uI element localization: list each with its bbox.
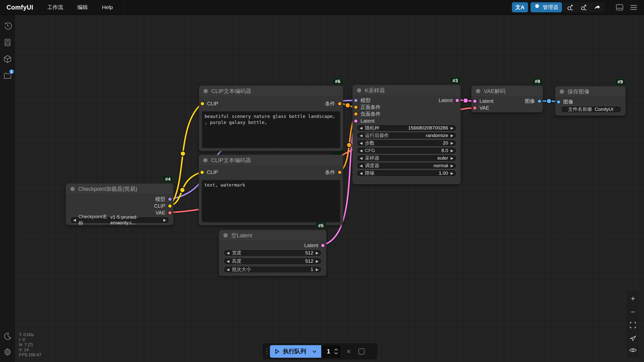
model-input-dot[interactable]	[354, 98, 358, 103]
widget-right-arrow-icon[interactable]: ▶	[451, 141, 453, 145]
input-slot-model[interactable]: 模型	[354, 97, 371, 104]
input-slot-clip[interactable]: CLIP	[200, 100, 218, 107]
vae-input-dot[interactable]	[473, 106, 477, 110]
vae-output-dot[interactable]	[168, 211, 172, 215]
input-slot-latent[interactable]: Latent	[354, 118, 375, 124]
node-header[interactable]: CLIP文本编码器	[199, 155, 343, 166]
widget-right-arrow-icon[interactable]: ▶	[163, 218, 166, 222]
widget-seed[interactable]: ◀ 随机种 156680208700286 ▶	[356, 124, 457, 131]
latent-input-dot[interactable]	[473, 99, 477, 103]
manager-button[interactable]: 管理器	[531, 2, 562, 12]
menu-edit[interactable]: 编辑	[77, 4, 88, 11]
widget-denoise[interactable]: ◀ 降噪 1.00 ▶	[356, 170, 457, 177]
node-ksampler[interactable]: #3 K采样器 模型 正面条件 负面条件 Latent Latent ◀ 随机种	[352, 85, 461, 184]
translate-button[interactable]: 文A	[512, 2, 528, 12]
clip-input-dot[interactable]	[200, 170, 204, 174]
stepper-up-icon[interactable]	[334, 348, 338, 351]
widget-height[interactable]: ◀ 高度 512 ▶	[223, 258, 322, 265]
latent-output-dot[interactable]	[321, 243, 325, 248]
widget-right-arrow-icon[interactable]: ▶	[451, 164, 453, 167]
widget-control-after-generate[interactable]: ◀ 运行后操作 randomize ▶	[356, 132, 457, 139]
clear-queue-icon[interactable]: ×	[346, 348, 351, 355]
widget-right-arrow-icon[interactable]: ▶	[451, 149, 453, 152]
sidebar-history-icon[interactable]	[2, 20, 13, 31]
input-slot-negative[interactable]: 负面条件	[354, 111, 381, 117]
zoom-out-icon[interactable]: −	[631, 308, 635, 316]
node-header[interactable]: VAE解码	[471, 86, 543, 97]
widget-width[interactable]: ◀ 宽度 512 ▶	[223, 249, 322, 256]
conditioning-output-dot[interactable]	[338, 102, 342, 106]
widget-left-arrow-icon[interactable]: ◀	[73, 218, 76, 222]
drag-handle[interactable]	[266, 349, 267, 354]
widget-left-arrow-icon[interactable]: ◀	[360, 149, 363, 152]
widget-left-arrow-icon[interactable]: ◀	[227, 268, 229, 271]
node-vae-decode[interactable]: #8 VAE解码 Latent VAE 图像	[471, 86, 543, 112]
batch-count-input[interactable]: 1	[321, 345, 340, 358]
node-empty-latent[interactable]: #5 空Latent Latent ◀ 宽度 512 ▶ ◀ 高度 512 ▶ …	[219, 230, 326, 276]
clip-output-dot[interactable]	[168, 204, 172, 208]
free-memory-icon[interactable]	[578, 2, 590, 12]
conditioning-output-dot[interactable]	[338, 170, 342, 174]
node-checkpoint-loader[interactable]: #4 Checkpoint加载器(简易) 模型 CLIP VAE ◀ Check…	[66, 184, 173, 225]
widget-scheduler[interactable]: ◀ 调度器 normal ▶	[356, 162, 457, 169]
node-header[interactable]: CLIP文本编码器	[199, 86, 343, 97]
widget-left-arrow-icon[interactable]: ◀	[360, 164, 363, 167]
image-output-dot[interactable]	[537, 99, 542, 103]
widget-right-arrow-icon[interactable]: ▶	[316, 268, 318, 271]
unload-models-icon[interactable]	[565, 2, 576, 12]
sidebar-node-library-icon[interactable]	[2, 37, 13, 48]
widget-sampler-name[interactable]: ◀ 采样器 euler ▶	[356, 155, 457, 162]
stepper-down-icon[interactable]	[334, 352, 338, 354]
widget-right-arrow-icon[interactable]: ▶	[451, 156, 453, 160]
output-slot-conditioning[interactable]: 条件	[325, 169, 342, 175]
node-clip-text-encode-negative[interactable]: CLIP文本编码器 CLIP 条件 text, watermark	[199, 155, 343, 225]
batch-count-stepper[interactable]	[334, 348, 338, 354]
sidebar-queue-icon[interactable]: 1	[2, 70, 13, 81]
main-menu-icon[interactable]	[628, 2, 639, 12]
menu-help[interactable]: Help	[102, 4, 113, 10]
widget-left-arrow-icon[interactable]: ◀	[360, 171, 363, 175]
input-slot-latent[interactable]: Latent	[473, 98, 494, 104]
toggle-links-visibility-icon[interactable]	[629, 347, 637, 353]
node-header[interactable]: Checkpoint加载器(简易)	[66, 184, 173, 195]
widget-right-arrow-icon[interactable]: ▶	[316, 259, 318, 263]
settings-gear-icon[interactable]	[2, 346, 13, 357]
collapse-dot[interactable]	[223, 233, 228, 238]
output-slot-latent[interactable]: Latent	[438, 97, 459, 104]
widget-steps[interactable]: ◀ 步数 20 ▶	[356, 140, 457, 147]
input-slot-vae[interactable]: VAE	[473, 105, 489, 111]
widget-left-arrow-icon[interactable]: ◀	[360, 134, 363, 137]
output-slot-conditioning[interactable]: 条件	[325, 100, 342, 107]
comfyui-logo[interactable]: ComfyUI	[7, 4, 33, 11]
widget-right-arrow-icon[interactable]: ▶	[451, 134, 453, 137]
negative-prompt-textarea[interactable]: text, watermark	[202, 180, 340, 222]
latent-output-dot[interactable]	[455, 98, 459, 103]
sidebar-model-library-icon[interactable]	[2, 54, 13, 65]
latent-input-dot[interactable]	[354, 119, 358, 123]
image-input-dot[interactable]	[556, 100, 561, 104]
widget-right-arrow-icon[interactable]: ▶	[451, 171, 453, 175]
run-queue-button[interactable]: 执行队列	[270, 345, 321, 358]
menu-workflow[interactable]: 工作流	[47, 4, 63, 11]
pan-mode-icon[interactable]	[629, 334, 636, 341]
conditioning-input-dot[interactable]	[354, 105, 358, 109]
theme-toggle-moon-icon[interactable]	[2, 331, 13, 342]
widget-cfg[interactable]: ◀ CFG 8.0 ▶	[356, 147, 457, 154]
node-header[interactable]: 空Latent	[219, 230, 326, 241]
widget-left-arrow-icon[interactable]: ◀	[360, 156, 363, 160]
model-output-dot[interactable]	[168, 197, 172, 201]
output-slot-latent[interactable]: Latent	[304, 242, 325, 249]
widget-left-arrow-icon[interactable]: ◀	[360, 126, 363, 130]
input-slot-clip[interactable]: CLIP	[200, 169, 218, 175]
widget-left-arrow-icon[interactable]: ◀	[360, 141, 363, 145]
input-slot-image[interactable]: 图像	[556, 99, 573, 105]
positive-prompt-textarea[interactable]: beautiful scenery nature glass bottle la…	[202, 111, 340, 148]
zoom-in-icon[interactable]: +	[631, 295, 635, 302]
node-save-image[interactable]: #9 保存图像 图像 文件名前缀 ComfyUI	[555, 86, 626, 116]
bottom-panel-toggle-icon[interactable]	[614, 2, 625, 12]
output-slot-model[interactable]: 模型	[155, 196, 172, 202]
collapse-dot[interactable]	[203, 158, 208, 162]
conditioning-input-dot[interactable]	[354, 112, 358, 116]
input-slot-positive[interactable]: 正面条件	[354, 104, 381, 110]
collapse-dot[interactable]	[357, 88, 361, 93]
